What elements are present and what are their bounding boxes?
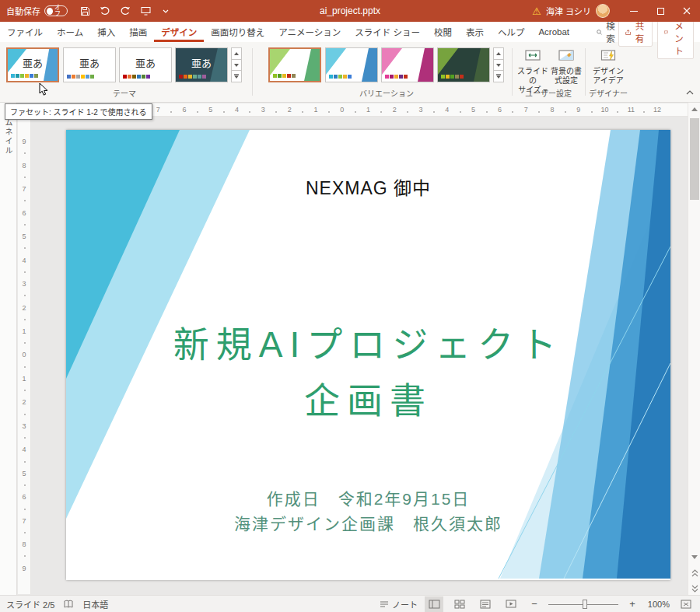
minimize-button[interactable] [621, 0, 647, 22]
tab-review[interactable]: 校閲 [427, 22, 459, 42]
tab-transitions[interactable]: 画面切り替え [204, 22, 271, 42]
variant-corner-shape [382, 48, 402, 75]
notes-button[interactable]: ノート [380, 598, 418, 610]
redo-button[interactable] [116, 2, 135, 20]
color-swatch [460, 75, 464, 79]
themes-scroll-down-button[interactable] [231, 60, 242, 72]
color-swatch [198, 75, 201, 79]
zoom-slider[interactable] [548, 599, 618, 610]
customize-qat-button[interactable] [156, 2, 175, 20]
powerpoint-window: 自動保存 オフ ai_project.pptx [0, 0, 700, 612]
color-swatch [282, 74, 286, 78]
normal-view-button[interactable] [425, 596, 443, 612]
slide-indicator[interactable]: スライド 2/5 [6, 598, 54, 610]
format-background-label-1: 背景の書 [551, 67, 582, 76]
variant-thumbnail-4[interactable] [437, 47, 490, 82]
variant-preview [438, 48, 489, 82]
ruler-number: 6 [22, 201, 26, 224]
warning-icon[interactable]: ⚠ [532, 5, 541, 17]
previous-slide-button[interactable] [688, 566, 700, 579]
variant-edge-shape [304, 49, 320, 81]
color-swatch [334, 75, 338, 79]
color-swatch [20, 74, 24, 78]
variants-scroll-down-button[interactable] [493, 60, 504, 72]
variant-thumbnail-1[interactable] [268, 47, 321, 82]
themes-gallery-scroll [231, 47, 242, 82]
color-swatch [404, 75, 408, 79]
scrollbar-thumb[interactable] [690, 118, 699, 200]
tab-home[interactable]: ホーム [50, 22, 90, 42]
avatar[interactable] [596, 4, 610, 18]
slide-recipient-text[interactable]: NEXMAG 御中 [66, 173, 670, 200]
ruler-number: 3 [22, 272, 26, 296]
tab-file[interactable]: ファイル [0, 22, 50, 42]
search-icon [597, 28, 602, 37]
design-ideas-label-1: デザイン [593, 67, 624, 76]
color-swatch [385, 75, 389, 79]
share-label: 共有 [634, 19, 646, 44]
notes-label: ノート [392, 598, 418, 610]
tab-design[interactable]: デザイン [154, 22, 204, 42]
slide-author-text[interactable]: 海津デザイン企画課 根久須太郎 [66, 511, 670, 534]
slideshow-icon [506, 600, 516, 609]
language-indicator[interactable]: 日本語 [82, 598, 108, 610]
triangle-down-icon [496, 64, 501, 67]
thumbnails-panel-collapsed[interactable]: サムネイル [0, 103, 17, 595]
collapse-ribbon-button[interactable] [686, 86, 694, 97]
undo-button[interactable] [96, 2, 114, 20]
next-slide-button[interactable] [688, 582, 700, 595]
ruler-number: 2 [381, 106, 408, 114]
theme-thumbnail-4[interactable]: 亜あ [175, 47, 228, 82]
zoom-slider-thumb[interactable] [583, 600, 587, 609]
slide-date-text[interactable]: 作成日 令和2年9月15日 [66, 486, 670, 509]
themes-more-button[interactable] [231, 71, 242, 82]
tab-help[interactable]: ヘルプ [491, 22, 532, 42]
account-name[interactable]: 海津 ヨシリ [546, 5, 591, 17]
save-button[interactable] [75, 2, 94, 20]
ruler-number: 8 [22, 153, 26, 177]
theme-thumbnail-2[interactable]: 亜あ [63, 47, 116, 82]
autosave-control[interactable]: 自動保存 オフ [6, 5, 68, 17]
zoom-level[interactable]: 100% [646, 600, 670, 609]
slide-title-text[interactable]: 新規AIプロジェクト 企画書 [66, 316, 670, 428]
vertical-scrollbar[interactable] [688, 103, 700, 595]
themes-scroll-up-button[interactable] [231, 47, 242, 60]
variants-more-button[interactable] [493, 71, 504, 82]
fit-slide-to-window-button[interactable] [677, 596, 695, 612]
variant-thumbnail-3[interactable] [381, 47, 434, 82]
zoom-out-button[interactable]: − [527, 597, 541, 611]
slide-editing-area[interactable]: NEXMAG 御中 新規AIプロジェクト 企画書 作成日 令和2年9月15日 海… [66, 130, 670, 580]
color-swatch [128, 75, 131, 79]
theme-sample-text: 亜あ [79, 55, 100, 70]
theme-thumbnail-3[interactable]: 亜あ [119, 47, 172, 82]
ion-edge-shape [210, 48, 227, 82]
slide-size-icon [524, 47, 541, 65]
theme-thumbnail-facet[interactable]: 亜あ [6, 47, 59, 82]
vertical-ruler[interactable]: 9876543210123456789 [18, 117, 31, 594]
scroll-down-button[interactable] [688, 551, 700, 564]
tab-draw[interactable]: 描画 [122, 22, 154, 42]
reading-view-button[interactable] [476, 596, 495, 612]
slideshow-view-button[interactable] [502, 596, 520, 612]
scroll-up-button[interactable] [688, 103, 700, 116]
tab-animations[interactable]: アニメーション [271, 22, 348, 42]
start-presentation-button[interactable] [136, 2, 155, 20]
proofing-icon[interactable] [64, 600, 73, 609]
maximize-button[interactable] [647, 0, 674, 22]
autosave-label: 自動保存 [6, 5, 40, 17]
tab-insert[interactable]: 挿入 [90, 22, 122, 42]
tab-view[interactable]: 表示 [459, 22, 491, 42]
close-button[interactable] [674, 0, 700, 22]
variants-scroll-up-button[interactable] [493, 47, 504, 60]
status-bar-left: スライド 2/5 日本語 [6, 598, 108, 610]
variant-thumbnail-2[interactable] [325, 47, 378, 82]
fit-to-window-icon [681, 600, 691, 609]
zoom-in-button[interactable]: + [625, 597, 639, 611]
slide-sorter-view-button[interactable] [450, 596, 469, 612]
tab-acrobat[interactable]: Acrobat [531, 22, 576, 42]
search-control[interactable]: 検索 [597, 22, 618, 42]
variants-group-label: バリエーション [268, 87, 505, 99]
tab-slideshow[interactable]: スライド ショー [348, 22, 427, 42]
ruler-number: 0 [22, 343, 26, 366]
autosave-toggle[interactable]: オフ [44, 5, 68, 16]
